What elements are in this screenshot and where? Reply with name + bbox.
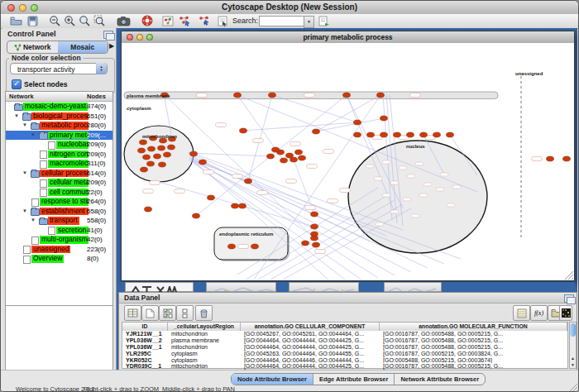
tree-item-nitrogen-compo[interactable]: nitrogen compo209(0) [6, 150, 112, 160]
network-node[interactable] [232, 203, 239, 208]
help-icon[interactable] [140, 15, 155, 26]
network-node[interactable] [311, 212, 318, 217]
network-node[interactable] [420, 132, 428, 137]
tree-item-biological-process[interactable]: ▼biological_process651(0) [6, 112, 112, 122]
tab-network-attribute-browser[interactable]: Network Attribute Browser [395, 374, 485, 385]
select-all-attributes-icon[interactable] [159, 305, 176, 321]
network-node[interactable] [251, 244, 259, 249]
float-panel-icon[interactable] [103, 31, 113, 39]
tab-node-attribute-browser[interactable]: Node Attribute Browser [232, 374, 313, 385]
tree-item-cellular-process[interactable]: ▼cellular process614(0) [6, 169, 112, 179]
network-node[interactable] [547, 156, 554, 161]
tab-overflow-arrow[interactable]: ▶ [109, 42, 114, 50]
tree-item-cellular-metabo[interactable]: cellular metabo209(0) [6, 178, 112, 188]
network-node[interactable] [148, 146, 156, 151]
column-header-component[interactable]: annotation.GO CELLULAR_COMPONENT [241, 323, 380, 331]
network-node[interactable] [154, 154, 161, 159]
scroll-down-arrow[interactable]: ▼ [570, 361, 576, 368]
background-window-sliver[interactable] [206, 282, 276, 292]
tree-item-macromolecule[interactable]: macromolecule311(0) [6, 159, 112, 169]
network-node[interactable] [394, 132, 401, 137]
network-node[interactable] [190, 151, 198, 156]
network-node[interactable] [280, 158, 288, 163]
network-node[interactable] [299, 155, 306, 160]
network-node[interactable] [143, 155, 151, 160]
expand-arrow-icon[interactable]: ▼ [22, 207, 27, 217]
network-node[interactable] [272, 147, 280, 152]
network-node[interactable] [377, 93, 385, 98]
background-window-sliver[interactable] [125, 282, 194, 292]
zoom-out-icon[interactable] [47, 15, 62, 26]
network-node[interactable] [311, 236, 318, 241]
form-view-icon[interactable] [215, 15, 230, 26]
network-node[interactable] [563, 156, 571, 161]
background-window-sliver[interactable] [289, 282, 359, 292]
network-node[interactable] [199, 160, 207, 165]
matrix-view-icon[interactable] [559, 305, 572, 321]
table-row-ypl036w__1[interactable]: YPL036W__1mitochondrion[GO:0044464, GO:0… [122, 344, 567, 351]
network-node[interactable] [245, 179, 252, 184]
table-row-ypl036w__2[interactable]: YPL036W__2plasma membrane[GO:0044464, GO… [122, 337, 567, 344]
select-nodes-checkbox[interactable]: ✓ [12, 79, 22, 89]
scroll-up-arrow[interactable]: ▲ [570, 355, 576, 361]
tab-network[interactable]: Network [7, 41, 58, 53]
network-node[interactable] [239, 203, 246, 208]
network-node[interactable] [367, 132, 375, 137]
tree-item-primary-metabo[interactable]: ▼primary metabo209(... [6, 131, 112, 141]
tab-edge-attribute-browser[interactable]: Edge Attribute Browser [313, 374, 395, 385]
edit-network-icon[interactable] [177, 15, 192, 26]
network-canvas[interactable] [122, 43, 574, 280]
zoom-selected-icon[interactable] [92, 15, 107, 26]
network-node[interactable] [158, 146, 165, 151]
network-node[interactable] [145, 207, 152, 212]
network-node[interactable] [290, 157, 298, 162]
network-node[interactable] [208, 195, 215, 200]
tree-item-secretion[interactable]: secretion41(0) [6, 226, 112, 236]
window-resize-grip[interactable] [568, 382, 578, 392]
search-config-icon[interactable] [317, 15, 332, 26]
data-panel-float-icon[interactable] [564, 294, 574, 303]
network-node[interactable] [354, 132, 361, 137]
network-node[interactable] [311, 224, 318, 229]
network-node[interactable] [380, 132, 388, 137]
tree-item-nucleobase-[interactable]: nucleobase-209(0) [6, 140, 112, 150]
zoom-fit-icon[interactable] [77, 15, 92, 26]
tree-item-multi-organism-pro[interactable]: multi-organism pro42(0) [6, 235, 112, 245]
tree-item-mosaic-demo-yeast[interactable]: mosaic-demo-yeast874(0) [6, 102, 112, 112]
tree-item-establishment-of-lo[interactable]: ▼establishment of lo558(0) [6, 207, 112, 217]
expand-arrow-icon[interactable]: ▼ [22, 169, 27, 179]
table-row-yjr121w__1[interactable]: YJR121W__1mitochondrion[GO:0045267, GO:0… [122, 331, 567, 337]
network-node[interactable] [447, 132, 454, 137]
column-header-id[interactable]: ID [122, 323, 168, 331]
network-node[interactable] [380, 116, 388, 121]
network-overview-icon[interactable] [160, 15, 175, 26]
function-builder-icon[interactable]: f(x) [530, 305, 548, 321]
expand-arrow-icon[interactable]: ▼ [31, 131, 36, 141]
table-row-ykr052c[interactable]: YKR052Ccytoplasm[GO:0044464, GO:0044446,… [122, 357, 567, 364]
network-node[interactable] [433, 132, 441, 137]
zoom-in-icon[interactable] [62, 15, 77, 26]
attribute-select-icon[interactable] [124, 305, 141, 321]
tab-mosaic[interactable]: Mosaic [58, 41, 108, 53]
network-node[interactable] [313, 242, 320, 247]
search-dropdown-arrow[interactable]: ▼ [304, 16, 314, 28]
node-color-dropdown[interactable]: transporter activity ▲▼ [10, 63, 108, 74]
tree-item-cell-communicat[interactable]: cell communicat22(0) [6, 188, 112, 198]
network-node[interactable] [234, 93, 242, 98]
network-node[interactable] [168, 145, 175, 150]
table-scrollbar-thumb[interactable] [570, 323, 576, 337]
snapshot-icon[interactable] [116, 15, 131, 26]
network-node[interactable] [343, 93, 351, 98]
network-node[interactable] [407, 132, 414, 137]
column-header-region[interactable]: _cellularLayoutRegion [168, 323, 241, 331]
expand-arrow-icon[interactable]: ▼ [31, 216, 36, 226]
expand-arrow-icon[interactable]: ▼ [14, 112, 19, 122]
network-node[interactable] [164, 152, 171, 157]
search-input[interactable] [259, 16, 307, 26]
network-node[interactable] [141, 167, 148, 172]
edit-network-alt-icon[interactable] [197, 15, 212, 26]
network-node[interactable] [267, 154, 275, 159]
network-node[interactable] [138, 148, 146, 153]
network-node[interactable] [193, 213, 200, 218]
import-table-icon[interactable] [513, 305, 530, 321]
